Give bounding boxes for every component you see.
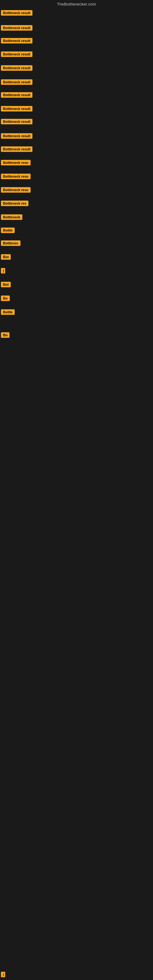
bottleneck-badge-6[interactable]: Bottleneck result: [1, 79, 32, 85]
bottleneck-row-2: Bottleneck result: [1, 25, 32, 32]
bottleneck-row-21: Bot: [1, 282, 11, 288]
bottleneck-row-1: Bottleneck result: [1, 10, 32, 17]
bottleneck-badge-20[interactable]: |: [1, 268, 5, 274]
bottleneck-badge-10[interactable]: Bottleneck result: [1, 133, 32, 139]
bottleneck-badge-2[interactable]: Bottleneck result: [1, 25, 32, 30]
bottleneck-row-25: |: [1, 972, 5, 978]
bottleneck-row-7: Bottleneck result: [1, 92, 32, 99]
bottleneck-badge-22[interactable]: Bo: [1, 296, 10, 301]
bottleneck-row-10: Bottleneck result: [1, 133, 32, 140]
bottleneck-badge-5[interactable]: Bottleneck result: [1, 65, 32, 71]
bottleneck-badge-21[interactable]: Bot: [1, 282, 11, 287]
bottleneck-badge-13[interactable]: Bottleneck resu: [1, 173, 30, 179]
bottleneck-badge-16[interactable]: Bottleneck: [1, 215, 22, 220]
bottleneck-row-3: Bottleneck result: [1, 38, 32, 45]
bottleneck-badge-15[interactable]: Bottleneck res: [1, 200, 29, 206]
bottleneck-row-17: Bottle: [1, 228, 15, 234]
bottleneck-row-12: Bottleneck resu: [1, 160, 30, 167]
bottleneck-badge-24[interactable]: Bo: [1, 332, 10, 338]
bottleneck-badge-17[interactable]: Bottle: [1, 228, 15, 233]
bottleneck-badge-14[interactable]: Bottleneck resu: [1, 187, 30, 192]
bottleneck-row-23: Bottle: [1, 309, 15, 316]
bottleneck-row-14: Bottleneck resu: [1, 187, 30, 194]
bottleneck-badge-18[interactable]: Bottlenec: [1, 240, 21, 246]
bottleneck-row-13: Bottleneck resu: [1, 173, 30, 180]
bottleneck-badge-8[interactable]: Bottleneck result: [1, 106, 32, 111]
bottleneck-row-22: Bo: [1, 296, 10, 302]
bottleneck-row-11: Bottleneck result: [1, 146, 32, 153]
bottleneck-badge-4[interactable]: Bottleneck result: [1, 51, 32, 57]
bottleneck-row-18: Bottlenec: [1, 240, 21, 247]
bottleneck-row-19: Bot: [1, 254, 11, 261]
bottleneck-badge-1[interactable]: Bottleneck result: [1, 10, 32, 16]
bottleneck-row-4: Bottleneck result: [1, 51, 32, 58]
bottleneck-badge-3[interactable]: Bottleneck result: [1, 38, 32, 43]
bottleneck-badge-12[interactable]: Bottleneck resu: [1, 160, 30, 165]
bottleneck-row-24: Bo: [1, 332, 10, 339]
bottleneck-row-6: Bottleneck result: [1, 79, 32, 86]
bottleneck-row-20: |: [1, 268, 5, 275]
bottleneck-row-16: Bottleneck: [1, 215, 22, 221]
bottleneck-row-15: Bottleneck res: [1, 200, 29, 207]
bottleneck-badge-25[interactable]: |: [1, 972, 5, 977]
site-title: TheBottlenecker.com: [0, 0, 153, 8]
bottleneck-row-9: Bottleneck result: [1, 119, 32, 126]
bottleneck-badge-23[interactable]: Bottle: [1, 309, 15, 315]
bottleneck-badge-7[interactable]: Bottleneck result: [1, 92, 32, 98]
bottleneck-badge-11[interactable]: Bottleneck result: [1, 146, 32, 152]
bottleneck-row-8: Bottleneck result: [1, 106, 32, 113]
bottleneck-row-5: Bottleneck result: [1, 65, 32, 72]
bottleneck-badge-19[interactable]: Bot: [1, 254, 11, 260]
bottleneck-badge-9[interactable]: Bottleneck result: [1, 119, 32, 124]
